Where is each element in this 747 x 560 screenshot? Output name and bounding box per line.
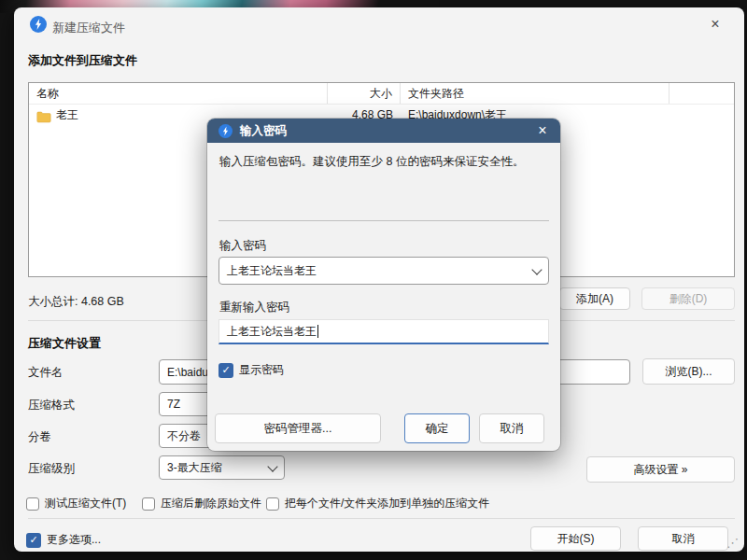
close-icon[interactable]: × <box>703 13 727 35</box>
divider <box>218 220 549 221</box>
volume-label: 分卷 <box>28 429 51 445</box>
enter-password-label: 输入密码 <box>219 238 266 254</box>
level-select[interactable]: 3-最大压缩 <box>159 455 285 480</box>
cancel-button[interactable]: 取消 <box>638 526 728 551</box>
more-options-label: 更多选项... <box>47 532 101 548</box>
add-files-section-title: 添加文件到压缩文件 <box>28 52 137 69</box>
show-password-label: 显示密码 <box>239 362 284 378</box>
enter-password-value: 上老王论坛当老王 <box>227 263 317 279</box>
checkbox-unchecked-icon[interactable] <box>26 497 39 511</box>
total-size-label: 大小总计: 4.68 GB <box>28 294 124 310</box>
chevron-down-icon <box>531 264 542 274</box>
volume-value: 不分卷 <box>167 428 201 444</box>
file-name: 老王 <box>56 105 78 125</box>
filename-label: 文件名 <box>28 365 63 381</box>
separate-archives-checkbox[interactable]: 把每个文件/文件夹添加到单独的压缩文件 <box>266 496 489 511</box>
reenter-password-input[interactable]: 上老王论坛当老王 <box>218 319 549 344</box>
lightning-bolt-icon <box>218 124 233 138</box>
checkbox-unchecked-icon[interactable] <box>266 497 279 511</box>
text-caret <box>317 325 318 338</box>
close-icon[interactable]: × <box>530 119 555 142</box>
password-dialog-titlebar[interactable]: 输入密码 × <box>207 119 560 143</box>
archive-settings-section-title: 压缩文件设置 <box>28 335 101 352</box>
enter-password-combobox[interactable]: 上老王论坛当老王 <box>218 257 549 285</box>
ok-button[interactable]: 确定 <box>404 413 470 443</box>
add-button[interactable]: 添加(A) <box>559 287 630 310</box>
separate-archives-label: 把每个文件/文件夹添加到单独的压缩文件 <box>285 496 489 511</box>
checkbox-unchecked-icon[interactable] <box>142 497 155 511</box>
format-label: 压缩格式 <box>28 398 75 413</box>
password-dialog-title: 输入密码 <box>240 123 287 139</box>
folder-icon <box>36 109 51 121</box>
level-label: 压缩级别 <box>28 461 75 477</box>
cancel-button[interactable]: 取消 <box>479 413 544 443</box>
column-header-name[interactable]: 名称 <box>29 83 328 104</box>
reenter-password-value: 上老王论坛当老王 <box>227 324 317 340</box>
lightning-bolt-icon <box>30 16 47 33</box>
delete-original-checkbox[interactable]: 压缩后删除原始文件 <box>142 496 261 511</box>
chevron-down-icon <box>267 461 277 471</box>
more-options-checkbox[interactable]: ✓ 更多选项... <box>26 532 101 548</box>
password-hint-text: 输入压缩包密码。建议使用至少 8 位的密码来保证安全性。 <box>219 153 548 171</box>
password-manager-button[interactable]: 密码管理器... <box>215 413 381 443</box>
divider <box>28 518 735 519</box>
column-header-empty <box>669 83 734 104</box>
start-button[interactable]: 开始(S) <box>530 526 621 551</box>
level-value: 3-最大压缩 <box>167 460 222 476</box>
reenter-password-label: 重新输入密码 <box>219 300 289 315</box>
browse-button[interactable]: 浏览(B)... <box>642 358 735 385</box>
resize-grip[interactable]: ⋰ <box>726 536 739 550</box>
delete-button: 删除(D) <box>641 287 735 310</box>
column-header-path[interactable]: 文件夹路径 <box>401 83 669 104</box>
delete-original-label: 压缩后删除原始文件 <box>161 496 261 511</box>
test-archive-label: 测试压缩文件(T) <box>45 496 126 511</box>
file-list-header: 名称 大小 文件夹路径 <box>29 83 734 105</box>
column-header-size[interactable]: 大小 <box>328 83 401 104</box>
test-archive-checkbox[interactable]: 测试压缩文件(T) <box>26 496 126 511</box>
format-value: 7Z <box>167 398 180 411</box>
window-title: 新建压缩文件 <box>52 20 125 36</box>
enter-password-dialog: 输入密码 × 输入压缩包密码。建议使用至少 8 位的密码来保证安全性。 输入密码… <box>207 119 560 451</box>
show-password-checkbox[interactable]: ✓ 显示密码 <box>218 362 284 378</box>
advanced-settings-button[interactable]: 高级设置 » <box>586 456 735 483</box>
checkbox-checked-icon[interactable]: ✓ <box>26 533 41 548</box>
checkbox-checked-icon[interactable]: ✓ <box>218 363 233 378</box>
